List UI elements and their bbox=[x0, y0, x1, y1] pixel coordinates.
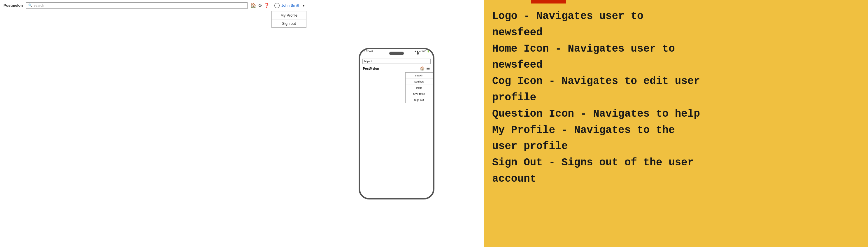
navbar-icons: 🏠 ⚙ ❓ | John Smith ▼ bbox=[250, 3, 305, 8]
phone-menu-panel: Search Settings Help My Profile Sign out bbox=[405, 72, 433, 103]
search-placeholder: search bbox=[34, 3, 44, 8]
phone-nav-icons: 🏠 ☰ bbox=[420, 66, 430, 71]
note-line-1: Logo - Navigates user tonewsfeed bbox=[492, 8, 860, 41]
phone-signal: ▲▲▲ WiFi 🔋 bbox=[414, 50, 430, 53]
phone-time: 09:52 AM bbox=[363, 50, 373, 53]
dropdown-arrow[interactable]: ▼ bbox=[302, 4, 305, 7]
note-line-2: Home Icon - Navigates user tonewsfeed bbox=[492, 41, 860, 73]
note-line-3: Cog Icon - Navigates to edit userprofile bbox=[492, 73, 860, 106]
my-profile-item[interactable]: My Profile bbox=[272, 11, 306, 20]
notes-panel: Logo - Navigates user tonewsfeed Home Ic… bbox=[484, 0, 868, 247]
notes-red-tab bbox=[531, 0, 566, 3]
username[interactable]: John Smith bbox=[281, 3, 300, 8]
phone-notch bbox=[389, 52, 404, 55]
note-line-5: My Profile - Navigates to theuser profil… bbox=[492, 122, 860, 155]
phone-home-icon[interactable]: 🏠 bbox=[420, 66, 425, 70]
phone-menu-signout[interactable]: Sign out bbox=[406, 97, 433, 103]
phone-menu-settings[interactable]: Settings bbox=[406, 79, 433, 85]
help-icon[interactable]: ❓ bbox=[264, 3, 270, 8]
phone-camera bbox=[417, 52, 419, 55]
home-icon[interactable]: 🏠 bbox=[250, 3, 256, 8]
divider: | bbox=[272, 3, 273, 8]
phone-menu-profile[interactable]: My Profile bbox=[406, 91, 433, 97]
phone-url: https:// bbox=[365, 60, 372, 63]
mobile-panel: 09:52 AM ▲▲▲ WiFi 🔋 https:// PostMelon 🏠… bbox=[309, 0, 484, 247]
sign-out-item[interactable]: Sign out bbox=[272, 20, 306, 27]
phone-navbar: PostMelon 🏠 ☰ bbox=[360, 65, 433, 72]
dropdown-menu: My Profile Sign out bbox=[272, 11, 306, 28]
settings-icon[interactable]: ⚙ bbox=[258, 3, 262, 8]
phone-menu-help[interactable]: Help bbox=[406, 85, 433, 91]
phone-frame: 09:52 AM ▲▲▲ WiFi 🔋 https:// PostMelon 🏠… bbox=[359, 48, 434, 199]
phone-menu-search[interactable]: Search bbox=[406, 72, 433, 79]
note-line-4: Question Icon - Navigates to help bbox=[492, 106, 860, 122]
avatar bbox=[274, 3, 280, 8]
phone-logo[interactable]: PostMelon bbox=[363, 67, 379, 70]
desktop-content bbox=[0, 11, 309, 247]
desktop-panel: Postmelon 🔍 search 🏠 ⚙ ❓ | John Smith ▼ … bbox=[0, 0, 309, 247]
notes-text: Logo - Navigates user tonewsfeed Home Ic… bbox=[492, 8, 860, 187]
search-input[interactable]: 🔍 search bbox=[26, 2, 247, 9]
phone-url-bar[interactable]: https:// bbox=[363, 59, 431, 64]
navbar: Postmelon 🔍 search 🏠 ⚙ ❓ | John Smith ▼ … bbox=[0, 0, 309, 11]
phone-hamburger-icon[interactable]: ☰ bbox=[426, 66, 430, 71]
phone-content: Search Settings Help My Profile Sign out bbox=[360, 72, 433, 198]
note-line-6: Sign Out - Signs out of the useraccount bbox=[492, 155, 860, 187]
logo[interactable]: Postmelon bbox=[3, 3, 23, 8]
